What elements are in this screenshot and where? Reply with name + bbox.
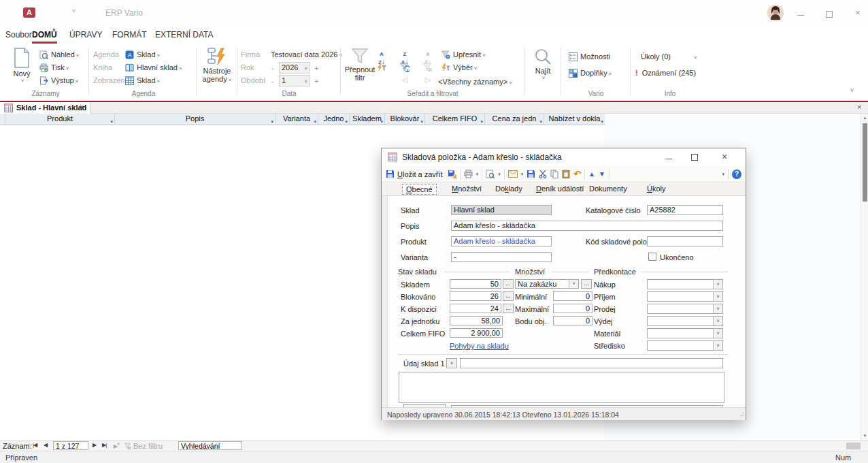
tab-upravy[interactable]: ÚPRAVY [69,30,102,39]
print-button[interactable] [464,170,473,178]
rok-minus-button[interactable]: - [271,64,274,72]
window-minimize-button[interactable] [790,7,811,20]
produkt-field[interactable]: Adam křeslo - skládačka [451,236,552,246]
column-dropdown-icon[interactable]: ▾ [420,116,423,125]
combo-dropdown-icon[interactable]: ˅ [713,280,722,289]
clear-filter-button[interactable] [422,63,434,74]
save-new-button[interactable] [448,170,456,178]
obdobi-plus-button[interactable]: + [314,77,318,85]
agenda-select[interactable]: ASklad˅ [125,49,160,61]
search-input[interactable] [178,441,242,450]
varianta-field[interactable]: - [451,252,552,262]
celkem-fifo-field[interactable]: 2 900,00 [450,328,503,338]
help-icon[interactable]: ? [732,170,741,179]
new-record-button[interactable]: ▶* [114,442,119,449]
material-combobox[interactable]: ˅ [647,328,723,338]
first-record-button[interactable]: |◀ [33,442,37,448]
window-close-button[interactable]: × [848,7,868,20]
document-tab-close-icon[interactable]: × [80,103,84,111]
toggle-filter-button[interactable]: Přepnout filtr [344,48,375,82]
skladem-more-button[interactable]: ... [503,279,514,289]
toolbar-combo-dropdown-icon[interactable]: ▾ [722,172,724,177]
header-blokovano[interactable]: Blokovár▾ [385,114,425,125]
tab-ukoly[interactable]: Úkoly [644,184,669,193]
tab-externi-data[interactable]: EXTERNÍ DATA [155,30,214,39]
filter-status-button[interactable]: Bez filtru [133,442,163,450]
katalog-field[interactable]: A25882 [647,205,723,215]
send-button[interactable] [508,170,518,178]
combo-dropdown-icon[interactable]: ˅ [569,280,578,288]
save-close-button[interactable]: Uložit a zavřít [386,170,444,178]
header-celkem-fifo[interactable]: Celkem FIFO▾ [425,114,485,125]
udaj-sklad-dropdown[interactable]: ˅ [446,358,457,368]
column-dropdown-icon[interactable]: ▾ [380,116,383,125]
tab-mnozstvi[interactable]: Množství [448,184,485,193]
sklad-field[interactable]: Hlavní sklad [451,205,552,215]
scroll-down-icon[interactable]: ▼ [862,434,868,438]
rok-plus-button[interactable]: + [314,64,318,72]
obdobi-minus-button[interactable]: - [271,77,274,85]
blokovano-field[interactable]: 26 [450,291,501,301]
za-jednotku-field[interactable]: 58,00 [450,316,503,325]
sort-descending-button[interactable]: ZA↓ [399,49,411,60]
new-record-button[interactable]: Nový ˅ [7,48,37,84]
column-dropdown-icon[interactable]: ▾ [480,116,483,125]
tab-doklady[interactable]: Doklady [492,184,526,193]
addins-button[interactable]: Doplňky˅ [569,67,612,79]
k-dispozici-more-button[interactable]: ... [503,304,514,313]
cut-button[interactable] [539,170,547,178]
pohyby-link[interactable]: Pohyby na skladu [450,342,509,350]
vydej-combobox[interactable]: ˅ [647,316,723,326]
collapse-ribbon-button[interactable]: ˅ [850,87,854,94]
combo-dropdown-icon[interactable]: ˅ [713,292,722,301]
undo-button[interactable]: ↶ [573,169,581,179]
print-dropdown-icon[interactable]: ▾ [476,172,479,177]
nakup-combobox[interactable]: ˅ [647,279,723,289]
copy-button[interactable] [550,170,558,178]
column-dropdown-icon[interactable]: ▾ [271,116,273,125]
next-record-icon[interactable]: ▼ [599,170,605,178]
skladem-field[interactable]: 50 [450,279,501,289]
document-tab-sklad[interactable]: Sklad - Hlavní sklad × [0,102,90,114]
column-dropdown-icon[interactable]: ▾ [314,116,316,125]
sort-ascending-button[interactable]: AZ↓ [375,49,388,60]
note-textarea[interactable] [399,372,724,403]
advanced-filter-button[interactable]: Upřesnit˅ [441,49,486,61]
header-nabizet[interactable]: Nabízet v dokla▾ [544,114,605,125]
dialog-title-bar[interactable]: Skladová položka - Adam křeslo - skládač… [382,148,746,166]
header-skladem[interactable]: Skladem▾ [350,114,385,125]
header-popis[interactable]: Popis▾ [115,114,276,125]
dialog-maximize-button[interactable] [685,151,704,163]
tab-domu[interactable]: DOMŮ [32,30,57,44]
previous-record-button[interactable]: ◀ [44,442,47,448]
save-button[interactable] [527,170,535,178]
header-produkt[interactable]: Produkt▾ [5,114,115,125]
k-dispozici-field[interactable]: 24 [450,304,501,313]
tab-dokumenty[interactable]: Dokumenty [586,184,631,193]
maximalni-field[interactable]: 0 [553,304,592,313]
column-dropdown-icon[interactable]: ▾ [539,116,542,125]
reapply-filter-button[interactable] [399,63,411,74]
resize-grip[interactable]: .: [740,411,744,417]
column-dropdown-icon[interactable]: ▾ [110,116,113,125]
popis-field[interactable]: Adam křeslo - skládačka [451,221,723,231]
vertical-scrollbar[interactable]: ▲ ▼ [861,114,868,441]
clear-sort-button[interactable]: AZ↓ [422,49,434,60]
combo-dropdown-icon[interactable]: ˅ [713,317,722,325]
rok-combobox[interactable]: 2026˅ [279,62,310,74]
next-record-button[interactable]: ▷ [422,76,434,86]
blokovano-more-button[interactable]: ... [503,291,514,301]
kniha-select[interactable]: Hlavní sklad˅ [125,62,182,74]
window-restore-button[interactable] [819,7,839,20]
scroll-up-icon[interactable]: ▲ [862,116,868,120]
bodu-obj-field[interactable]: 0 [553,316,592,325]
horizontal-scrollbar-thumb[interactable] [846,443,861,449]
dialog-close-button[interactable]: × [715,151,734,163]
udaj-sklad-field[interactable] [460,358,723,368]
mnozstvi-combobox[interactable]: Na zakázku˅ [515,279,579,289]
tasks-button[interactable]: Úkoly (0)˅ [641,51,697,63]
all-records-select[interactable]: <Všechny záznamy>˅ [438,76,512,88]
output-button[interactable]: Výstup˅ [39,75,78,86]
obdobi-combobox[interactable]: 1˅ [279,75,310,86]
header-jednotky[interactable]: Jedno▾ [318,114,350,125]
